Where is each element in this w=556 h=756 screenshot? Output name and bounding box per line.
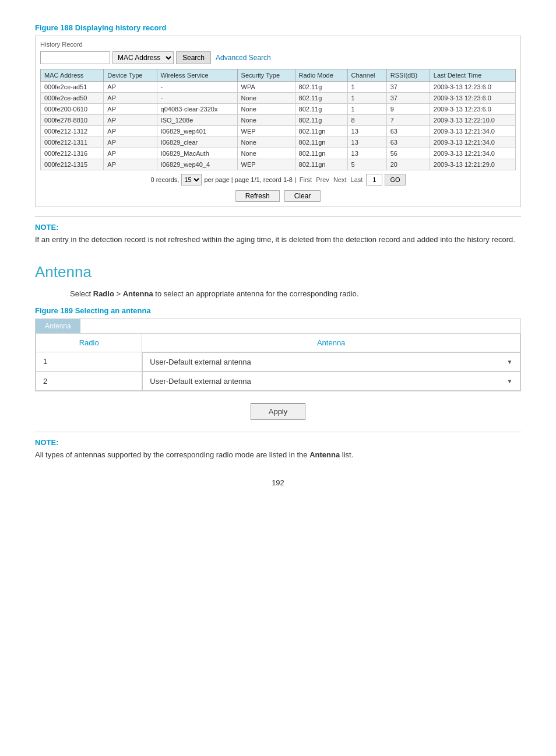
antenna-section: Antenna Select Radio > Antenna to select… (35, 263, 521, 421)
last-page-link[interactable]: Last (351, 176, 363, 183)
figure188-section: Figure 188 Displaying history record His… (35, 23, 521, 207)
pagination-row: 0 records, 15 per page | page 1/1, recor… (40, 174, 516, 186)
refresh-button[interactable]: Refresh (235, 190, 280, 202)
col-radio: Radio (36, 333, 142, 352)
pagination-nav: First Prev Next Last (298, 176, 364, 183)
col-channel: Channel (347, 69, 386, 82)
table-row: 000fe212-1315API06829_wep40_4WEP802.11gn… (41, 159, 516, 170)
figure188-title: Figure 188 Displaying history record (35, 23, 521, 32)
go-button[interactable]: GO (385, 174, 405, 186)
note1-label: NOTE: (35, 223, 521, 232)
note2-label: NOTE: (35, 438, 521, 447)
page-info: per page | page 1/1, record 1-8 | (204, 176, 295, 183)
prev-page-link[interactable]: Prev (316, 176, 329, 183)
antenna-intro: Select Radio > Antenna to select an appr… (70, 289, 521, 298)
antenna-table-row: 2User-Default external antenna▼ (36, 372, 520, 391)
col-radio-mode: Radio Mode (295, 69, 347, 82)
table-row: 000fe2ce-ad51AP-WPA802.11g1372009-3-13 1… (41, 82, 516, 93)
table-row: 000fe212-1316API06829_MacAuthNone802.11g… (41, 148, 516, 159)
col-mac-address: MAC Address (41, 69, 104, 82)
note1-text: If an entry in the detection record is n… (35, 234, 521, 246)
per-page-select[interactable]: 15 (181, 174, 202, 186)
note1-section: NOTE: If an entry in the detection recor… (35, 216, 521, 246)
search-field-select[interactable]: MAC Address (112, 51, 174, 64)
col-antenna: Antenna (142, 333, 520, 352)
col-wireless-service: Wireless Service (157, 69, 237, 82)
chevron-down-icon: ▼ (507, 378, 513, 384)
next-page-link[interactable]: Next (333, 176, 347, 183)
col-device-type: Device Type (104, 69, 157, 82)
advanced-search-link[interactable]: Advanced Search (216, 54, 271, 62)
note2-bold: Antenna (309, 450, 340, 459)
col-security-type: Security Type (237, 69, 295, 82)
table-row: 000fe212-1312API06829_wep401WEP802.11gn1… (41, 126, 516, 137)
table-row: 000fe200-0610APq04083-clear-2320xNone802… (41, 104, 516, 115)
table-row: 000fe278-8810APISO_1208eNone802.11g87200… (41, 115, 516, 126)
col-last-detect: Last Detect Time (430, 69, 515, 82)
table-row: 000fe212-1311API06829_clearNone802.11gn1… (41, 137, 516, 148)
note2-text-before: All types of antennas supported by the c… (35, 450, 309, 459)
apply-row: Apply (35, 403, 521, 420)
clear-button[interactable]: Clear (284, 190, 321, 202)
table-header-row: MAC Address Device Type Wireless Service… (41, 69, 516, 82)
antenna-box: Antenna Radio Antenna 1User-Default exte… (35, 318, 521, 392)
antenna-header-row: Radio Antenna (36, 333, 520, 352)
apply-button[interactable]: Apply (251, 403, 306, 420)
note2-text: All types of antennas supported by the c… (35, 449, 521, 461)
col-rssi: RSSI(dB) (386, 69, 430, 82)
antenna-heading: Antenna (35, 263, 521, 281)
first-page-link[interactable]: First (300, 176, 312, 183)
records-count: 0 records, (150, 176, 179, 183)
search-bar: MAC Address Search Advanced Search (40, 51, 516, 64)
chevron-down-icon: ▼ (507, 359, 513, 365)
antenna-tab: Antenna (36, 319, 80, 333)
action-buttons: Refresh Clear (40, 190, 516, 202)
note2-text-after: list. (340, 450, 353, 459)
figure189-title: Figure 189 Selecting an antenna (35, 306, 521, 315)
page-number-input[interactable] (366, 174, 382, 186)
page-number: 192 (35, 478, 521, 487)
table-row: 000fe2ce-ad50AP-None802.11g1372009-3-13 … (41, 93, 516, 104)
antenna-table: Radio Antenna 1User-Default external ant… (36, 333, 520, 391)
note2-section: NOTE: All types of antennas supported by… (35, 432, 521, 461)
search-button[interactable]: Search (176, 51, 211, 64)
history-record-label: History Record (40, 41, 516, 48)
antenna-table-row: 1User-Default external antenna▼ (36, 352, 520, 372)
history-record-box: History Record MAC Address Search Advanc… (35, 36, 521, 207)
search-input[interactable] (40, 51, 110, 64)
history-table: MAC Address Device Type Wireless Service… (40, 69, 516, 170)
